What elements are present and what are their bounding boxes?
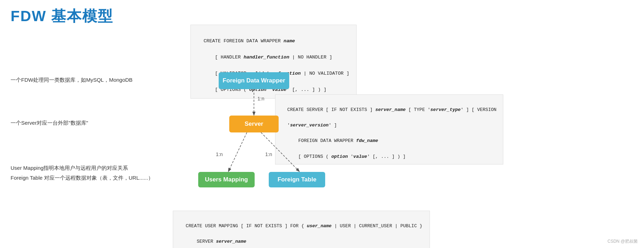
annotation-fdw: 一个FDW处理同一类数据库，如MySQL，MongoDB bbox=[11, 77, 133, 83]
label-1n-server-users: 1:n bbox=[216, 151, 223, 157]
label-1n-fdw-server: 1:n bbox=[257, 96, 264, 101]
annotation-server: 一个Server对应一台外部"数据库" bbox=[11, 120, 88, 126]
code-block-bottom: CREATE USER MAPPING [ IF NOT EXISTS ] FO… bbox=[173, 211, 430, 248]
box-foreign-table: Foreign Table bbox=[269, 172, 325, 187]
code-block-right: CREATE SERVER [ IF NOT EXISTS ] server_n… bbox=[275, 94, 503, 165]
svg-line-1 bbox=[229, 132, 247, 171]
page-title: FDW 基本模型 bbox=[11, 6, 113, 26]
label-1n-server-foreign: 1:n bbox=[265, 151, 272, 157]
box-users-mapping: Users Mapping bbox=[198, 172, 255, 187]
watermark: CSDN @肥叔菌 bbox=[607, 238, 638, 244]
title-fdw: FDW bbox=[11, 8, 47, 24]
annotation-user-mapping: User Mapping指明本地用户与远程用户的对应关系 bbox=[11, 165, 128, 172]
title-subtitle: 基本模型 bbox=[51, 8, 113, 24]
box-server: Server bbox=[229, 116, 279, 132]
annotation-foreign-table: Foreign Table 对应一个远程数据对象（表，文件，URL......） bbox=[11, 175, 153, 181]
box-fdw: Foreign Data Wrapper bbox=[219, 72, 289, 89]
